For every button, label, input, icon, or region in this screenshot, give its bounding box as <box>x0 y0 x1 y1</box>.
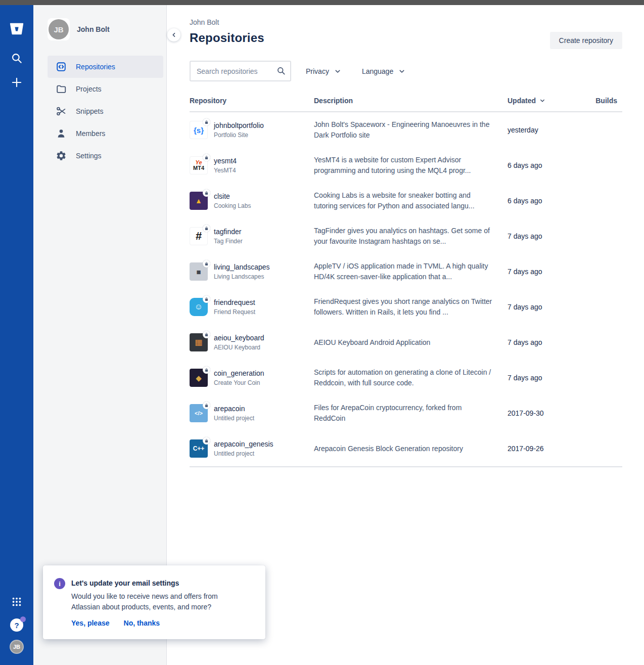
sort-chevron-down-icon <box>539 97 546 104</box>
repo-name-link[interactable]: johnboltportfolio <box>214 121 264 129</box>
table-row[interactable]: # tagfinder Tag Finder TagFinder gives y… <box>190 218 622 254</box>
person-icon <box>56 128 67 139</box>
create-repository-button[interactable]: Create repository <box>550 32 622 49</box>
repo-project-link[interactable]: Friend Request <box>214 308 255 316</box>
yes-please-link[interactable]: Yes, please <box>71 619 110 627</box>
repo-description: TagFinder gives you analytics on hashtag… <box>314 226 508 247</box>
table-row[interactable]: ▦ aeiou_keyboard AEIOU Keyboard AEIOU Ke… <box>190 325 622 360</box>
table-row[interactable]: ■ living_landscapes Living Landscapes Ap… <box>190 254 622 289</box>
repo-project-link[interactable]: Untitled project <box>214 450 273 457</box>
repo-name-link[interactable]: yesmt4 <box>214 157 237 165</box>
repo-project-link[interactable]: Untitled project <box>214 415 254 422</box>
repo-description: Files for ArepaCoin cryptocurrency, fork… <box>314 403 508 424</box>
repo-avatar[interactable]: ☺ <box>190 298 208 316</box>
app-switcher-icon[interactable] <box>8 593 25 610</box>
repo-avatar[interactable]: {s} <box>190 121 208 139</box>
table-row[interactable]: C++ arepacoin_genesis Untitled project A… <box>190 431 622 466</box>
lock-icon <box>203 437 210 445</box>
repositories-table: Repository Description Updated Builds {s… <box>190 97 622 467</box>
repo-name-link[interactable]: coin_generation <box>214 369 264 377</box>
repo-avatar[interactable]: ▦ <box>190 333 208 351</box>
column-updated-sort[interactable]: Updated <box>508 97 591 105</box>
table-row[interactable]: {s} johnboltportfolio Portfolio Site Joh… <box>190 112 622 148</box>
repo-name-link[interactable]: aeiou_keyboard <box>214 334 264 342</box>
no-thanks-link[interactable]: No, thanks <box>124 619 160 627</box>
bitbucket-logo-icon[interactable] <box>8 20 25 37</box>
repo-avatar[interactable]: </> <box>190 404 208 422</box>
repo-avatar[interactable]: ▲ <box>190 192 208 210</box>
help-icon[interactable]: ? <box>10 618 23 632</box>
column-description[interactable]: Description <box>314 97 508 105</box>
filter-bar: Privacy Language <box>190 61 622 81</box>
lock-icon <box>203 260 210 268</box>
lock-icon <box>203 118 210 126</box>
lock-icon <box>203 366 210 374</box>
sidebar-item-repositories[interactable]: Repositories <box>48 56 163 78</box>
repo-name-link[interactable]: arepacoin <box>214 405 254 413</box>
table-body: {s} johnboltportfolio Portfolio Site Joh… <box>190 112 622 467</box>
lock-icon <box>203 402 210 409</box>
repo-avatar[interactable]: # <box>190 227 208 245</box>
repo-updated: 7 days ago <box>508 338 591 346</box>
workspace-avatar: JB <box>48 18 70 40</box>
repo-project-link[interactable]: Tag Finder <box>214 238 243 245</box>
repo-name-link[interactable]: clsite <box>214 192 251 200</box>
sidebar-item-settings[interactable]: Settings <box>48 145 163 167</box>
repo-project-link[interactable]: Living Landscapes <box>214 273 270 280</box>
repo-name-link[interactable]: arepacoin_genesis <box>214 440 273 448</box>
repo-avatar-glyph: {s} <box>194 126 204 134</box>
lock-icon <box>203 225 210 232</box>
table-row[interactable]: ☺ friendrequest Friend Request FriendReq… <box>190 289 622 325</box>
sidebar-item-label: Settings <box>76 152 102 160</box>
repo-project-link[interactable]: AEIOU Keyboard <box>214 344 264 351</box>
sidebar-nav-list: Repositories Projects Snippets <box>48 56 158 167</box>
repo-avatar[interactable]: ■ <box>190 262 208 281</box>
email-prompt-title: Let's update your email settings <box>71 578 238 587</box>
sidebar-item-snippets[interactable]: Snippets <box>48 100 163 122</box>
global-search-icon[interactable] <box>8 50 25 67</box>
repo-updated: 2017-09-26 <box>508 445 591 453</box>
table-row[interactable]: </> arepacoin Untitled project Files for… <box>190 395 622 431</box>
repo-description: Arepacoin Genesis Block Generation repos… <box>314 444 508 454</box>
repo-description: FriendRequest gives you short range anal… <box>314 296 508 318</box>
sidebar-item-projects[interactable]: Projects <box>48 78 163 100</box>
repo-avatar[interactable]: YeMT4 <box>190 156 208 174</box>
chevron-down-icon <box>334 67 342 75</box>
repo-name-link[interactable]: friendrequest <box>214 298 255 306</box>
column-builds[interactable]: Builds <box>591 97 622 105</box>
table-row[interactable]: ▲ clsite Cooking Labs Cooking Labs is a … <box>190 183 622 218</box>
repo-avatar[interactable]: ◆ <box>190 369 208 387</box>
info-icon: i <box>54 578 65 589</box>
sidebar-collapse-button[interactable] <box>167 28 180 41</box>
repo-updated: 7 days ago <box>508 303 591 311</box>
breadcrumb[interactable]: John Bolt <box>190 18 622 26</box>
repo-updated: yesterday <box>508 126 591 134</box>
table-row[interactable]: ◆ coin_generation Create Your Coin Scrip… <box>190 360 622 395</box>
profile-avatar[interactable]: JB <box>10 640 24 654</box>
search-icon <box>276 66 286 76</box>
workspace-avatar-initials: JB <box>54 25 63 34</box>
repo-project-link[interactable]: Portfolio Site <box>214 131 264 139</box>
repo-project-link[interactable]: Create Your Coin <box>214 379 264 386</box>
repo-avatar-glyph: ☺ <box>195 303 203 311</box>
repo-project-link[interactable]: Cooking Labs <box>214 202 251 209</box>
repo-avatar-glyph: ▲ <box>195 197 202 204</box>
folder-icon <box>56 83 67 95</box>
repo-name-link[interactable]: living_landscapes <box>214 263 270 271</box>
repo-description: John Bolt's Spaceworx - Engineering Mano… <box>314 119 508 141</box>
language-filter-dropdown[interactable]: Language <box>362 67 406 75</box>
repo-avatar-glyph: </> <box>195 411 203 416</box>
table-row[interactable]: YeMT4 yesmt4 YesMT4 YesMT4 is a website … <box>190 148 622 183</box>
workspace-profile[interactable]: JB John Bolt <box>48 18 158 40</box>
sidebar-item-members[interactable]: Members <box>48 122 163 145</box>
repo-avatar[interactable]: C++ <box>190 439 208 458</box>
repo-name-link[interactable]: tagfinder <box>214 228 243 236</box>
global-create-icon[interactable] <box>8 74 25 91</box>
repo-project-link[interactable]: YesMT4 <box>214 167 237 174</box>
column-repository[interactable]: Repository <box>190 97 314 105</box>
repo-description: YesMT4 is a website for custom Expert Ad… <box>314 155 508 176</box>
repo-description: AEIOU Keyboard Android Application <box>314 337 508 348</box>
help-glyph: ? <box>14 621 19 630</box>
sidebar-item-label: Projects <box>76 85 102 93</box>
privacy-filter-dropdown[interactable]: Privacy <box>306 67 342 75</box>
